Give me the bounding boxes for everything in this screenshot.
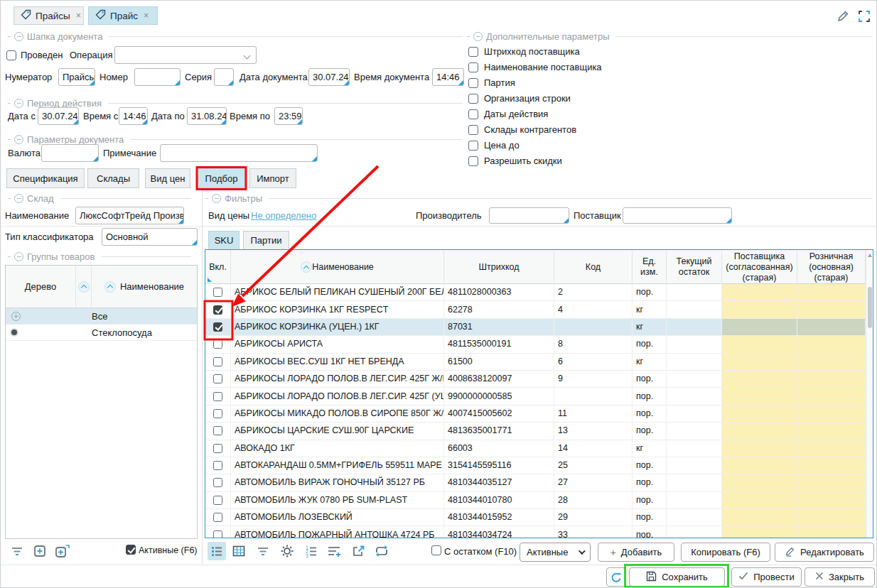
copy-button[interactable]: Копировать (F6) [681, 543, 770, 562]
time-to-field[interactable]: 23:59 [274, 107, 303, 125]
row-checkbox[interactable] [213, 461, 222, 470]
numbered-list-icon[interactable]: 123 [302, 542, 321, 560]
row-checkbox[interactable] [213, 322, 222, 332]
table-row[interactable]: АБРИКОС КОРЗИНКА 1КГ RESPECT 62278 4 кг [205, 301, 873, 318]
app-tab-praisy[interactable]: Прайсы × [14, 6, 84, 25]
table-row[interactable]: АБРИКОСЫ ЛОРАДО ПОЛОВ.В ЛЕГ.СИР. 425Г Ж/… [205, 371, 873, 388]
row-include-cell[interactable] [205, 336, 231, 352]
collapse-icon[interactable] [14, 99, 23, 108]
add-row-icon[interactable] [325, 542, 343, 560]
extra-param-row[interactable]: Наименование поставщика [468, 61, 602, 73]
scroll-up-icon[interactable] [868, 254, 872, 257]
tree-col-sort[interactable] [76, 266, 92, 307]
row-checkbox[interactable] [213, 530, 222, 538]
extra-param-row[interactable]: Партия [468, 77, 515, 89]
col-barcode[interactable]: Штрихкод [444, 250, 554, 284]
save-button[interactable]: Сохранить [629, 567, 725, 587]
row-checkbox[interactable] [213, 288, 222, 297]
checkbox-icon[interactable] [468, 125, 478, 135]
filter-icon[interactable] [254, 542, 272, 560]
row-checkbox[interactable] [213, 305, 222, 315]
table-row[interactable]: АБРИКОСЫ ЦАРСКИЕ СУШ.90Г ЦАРСКИЕ 4813635… [205, 423, 873, 440]
table-row[interactable]: АВТОМОБИЛЬ ПОЖАРНЫЙ АНТОШКА 4724 РБ 4810… [205, 526, 873, 538]
row-include-cell[interactable] [205, 474, 231, 491]
add-multiple-icon[interactable] [53, 542, 72, 560]
col-retail-price[interactable]: Розничная (основная) (старая) [797, 250, 866, 284]
add-button[interactable]: + Добавить [598, 543, 674, 562]
doc-time-field[interactable]: 14:46 [432, 68, 464, 86]
tree-col-derevo[interactable]: Дерево [6, 266, 76, 307]
row-include-cell[interactable] [205, 526, 231, 538]
checkbox-icon[interactable] [468, 94, 478, 104]
edit-pencil-icon[interactable] [835, 9, 851, 24]
extra-param-row[interactable]: Организация строки [468, 92, 571, 104]
table-row[interactable]: АБРИКОСЫ ВЕС.СУШ 1КГ НЕТ БРЕНДА 61500 6 … [205, 354, 873, 371]
row-include-cell[interactable] [205, 388, 231, 404]
list-view-icon[interactable] [208, 542, 226, 560]
currency-field[interactable] [41, 144, 99, 162]
table-row[interactable]: АБРИКОС БЕЛЫЙ ПЕЛИКАН СУШЕНЫЙ 200Г БЕЛ 4… [205, 284, 873, 301]
col-supplier-price[interactable]: Поставщика (согласованная) (старая) [722, 250, 797, 284]
active-f6-checkbox[interactable] [126, 545, 136, 555]
tab-podbor[interactable]: Подбор [198, 168, 245, 188]
row-checkbox[interactable] [213, 409, 222, 418]
tree-col-name[interactable]: Наименование [92, 266, 197, 307]
checkbox-icon[interactable] [468, 141, 478, 151]
checkbox-icon[interactable] [468, 62, 478, 72]
collapse-icon[interactable] [473, 32, 483, 41]
close-icon[interactable]: × [76, 11, 81, 21]
operation-select[interactable] [114, 46, 257, 64]
row-include-cell[interactable] [205, 440, 231, 457]
row-include-cell[interactable] [205, 405, 231, 422]
col-code[interactable]: Код [554, 250, 633, 284]
manufacturer-field[interactable] [489, 207, 569, 224]
post-button[interactable]: Провести [731, 567, 802, 587]
date-from-field[interactable]: 30.07.24 [38, 107, 79, 125]
row-checkbox[interactable] [213, 426, 222, 435]
tab-partii[interactable]: Партии [243, 231, 289, 250]
warehouse-name-field[interactable]: ЛюксСофтТрейд Произв [75, 207, 184, 224]
collapse-icon[interactable] [14, 135, 23, 144]
filter-icon[interactable] [8, 542, 26, 560]
row-checkbox[interactable] [213, 496, 222, 505]
col-stock[interactable]: Текущий остаток [667, 250, 722, 284]
row-include-cell[interactable] [205, 284, 231, 300]
checkbox-icon[interactable] [468, 47, 478, 57]
price-type-link[interactable]: Не определено [251, 207, 316, 224]
row-checkbox[interactable] [213, 478, 222, 487]
extra-param-row[interactable]: Склады контрагентов [468, 124, 576, 136]
row-include-cell[interactable] [205, 509, 231, 526]
col-include[interactable]: Вкл. [205, 250, 231, 284]
row-include-cell[interactable] [205, 301, 231, 317]
tab-import[interactable]: Импорт [249, 168, 296, 188]
row-checkbox[interactable] [213, 392, 222, 401]
tab-sku[interactable]: SKU [208, 231, 240, 250]
table-row[interactable]: АБРИКОС КОРЗИНКА (УЦЕН.) 1КГ 87031 кг [205, 319, 873, 336]
row-checkbox[interactable] [213, 444, 222, 453]
col-unit[interactable]: Ед. изм. [633, 250, 667, 284]
row-include-cell[interactable] [205, 354, 231, 370]
tab-vid-cen[interactable]: Вид цен [145, 168, 190, 188]
app-tab-prais[interactable]: Прайс × [88, 6, 158, 25]
row-include-cell[interactable] [205, 492, 231, 508]
close-button[interactable]: Закрыть [805, 567, 875, 587]
table-row[interactable]: АВТОМОБИЛЬ ЛОЗЕВСКИЙ 4810344015952 29 по… [205, 509, 873, 526]
checkbox-icon[interactable] [468, 109, 478, 119]
scroll-thumb[interactable] [868, 287, 872, 328]
proveden-checkbox[interactable] [6, 50, 16, 60]
row-checkbox[interactable] [213, 374, 222, 383]
settings-gear-icon[interactable] [278, 542, 296, 560]
checkbox-icon[interactable] [468, 156, 478, 166]
time-from-field[interactable]: 14:46 [119, 107, 148, 125]
maximize-icon[interactable] [856, 9, 872, 24]
extra-param-row[interactable]: Штрихкод поставщика [468, 45, 580, 58]
table-row[interactable]: АВТОМОБИЛЬ ВИРАЖ ГОНОЧНЫЙ 35127 РБ 48103… [205, 474, 873, 491]
tab-sklady[interactable]: Склады [87, 168, 139, 188]
table-row[interactable]: АВТОМОБИЛЬ ЖУК 0780 РБ SUM-PLAST 4810344… [205, 492, 873, 509]
extra-param-row[interactable]: Разрешить скидки [468, 155, 562, 167]
row-checkbox[interactable] [213, 357, 222, 366]
refresh-icon[interactable] [606, 567, 626, 587]
collapse-icon[interactable] [212, 194, 221, 203]
row-include-cell[interactable] [205, 423, 231, 439]
row-include-cell[interactable] [205, 371, 231, 387]
